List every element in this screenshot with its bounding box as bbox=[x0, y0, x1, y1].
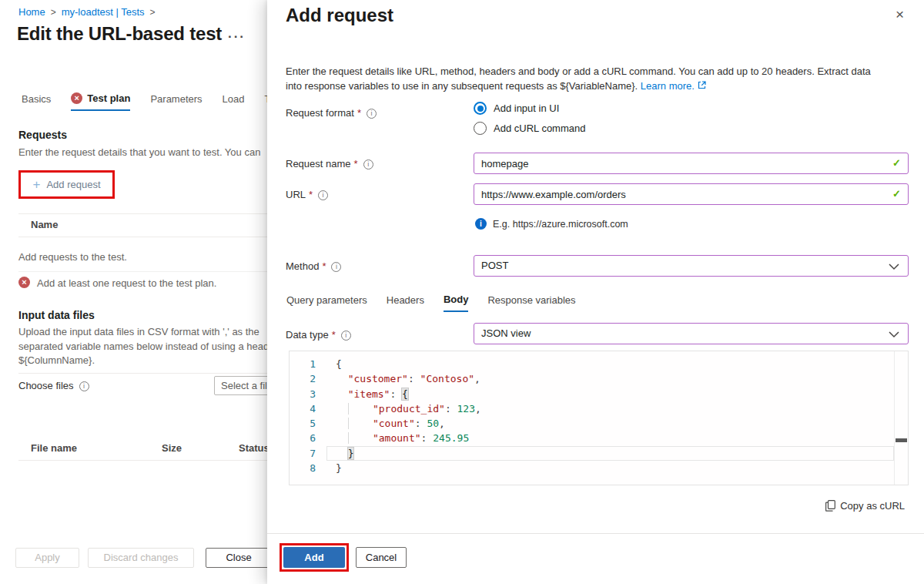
page-title: Edit the URL-based test bbox=[17, 23, 222, 45]
url-input[interactable] bbox=[474, 183, 909, 205]
requests-error-text: Add at least one request to the test pla… bbox=[37, 277, 216, 289]
json-editor-lines: 1{2 "customer": "Contoso",3 "items": {4 … bbox=[290, 357, 908, 475]
label-text: Data type bbox=[286, 329, 329, 341]
request-name-input[interactable] bbox=[474, 153, 909, 174]
code-line[interactable]: 5 "count": 50, bbox=[290, 416, 908, 431]
request-format-label: Request format* bbox=[286, 107, 377, 119]
valid-check-icon bbox=[892, 157, 901, 169]
info-icon[interactable] bbox=[318, 190, 328, 200]
requests-empty-text: Add requests to the test. bbox=[18, 251, 127, 263]
tab-label: Query parameters bbox=[286, 294, 367, 306]
method-selected-value: POST bbox=[481, 260, 508, 271]
page-tabs: Basics Test plan Parameters Load T bbox=[22, 92, 270, 111]
input-data-files-heading: Input data files bbox=[18, 309, 95, 321]
code-line[interactable]: 7 } bbox=[290, 446, 908, 461]
line-number: 4 bbox=[290, 401, 326, 416]
code-line[interactable]: 6 "amount": 245.95 bbox=[290, 431, 908, 445]
radio-add-input-in-ui[interactable]: Add input in UI bbox=[474, 102, 559, 115]
apply-button[interactable]: Apply bbox=[15, 548, 79, 568]
tab-parameters[interactable]: Parameters bbox=[150, 92, 202, 111]
tab-load[interactable]: Load bbox=[223, 92, 245, 111]
breadcrumb-home-link[interactable]: Home bbox=[18, 6, 45, 18]
tab-headers[interactable]: Headers bbox=[387, 294, 424, 312]
code-text: { bbox=[326, 357, 342, 371]
code-line[interactable]: 4 "product_id": 123, bbox=[290, 401, 908, 416]
info-icon[interactable] bbox=[341, 331, 351, 341]
choose-files-label: Choose files bbox=[18, 380, 89, 391]
code-text: "amount": 245.95 bbox=[326, 431, 469, 445]
input-data-files-description: ${ColumnName}. bbox=[18, 354, 277, 366]
tab-basics[interactable]: Basics bbox=[22, 92, 51, 111]
code-line[interactable]: 1{ bbox=[290, 357, 908, 371]
radio-label: Add cURL command bbox=[494, 123, 585, 134]
info-icon[interactable] bbox=[331, 262, 341, 272]
required-marker: * bbox=[322, 260, 326, 272]
code-line[interactable]: 2 "customer": "Contoso", bbox=[290, 371, 908, 386]
line-number: 8 bbox=[290, 461, 326, 475]
code-text: } bbox=[326, 461, 342, 475]
discard-changes-button[interactable]: Discard changes bbox=[88, 548, 194, 568]
requests-table-name-header: Name bbox=[31, 219, 58, 230]
file-table-header-status: Status bbox=[239, 442, 270, 454]
learn-more-link[interactable]: Learn more. bbox=[641, 80, 706, 92]
tab-query-parameters[interactable]: Query parameters bbox=[286, 294, 367, 312]
method-select[interactable]: POST bbox=[474, 255, 909, 277]
required-marker: * bbox=[332, 329, 336, 341]
info-filled-icon bbox=[475, 218, 487, 230]
error-icon bbox=[71, 92, 82, 104]
json-body-editor[interactable]: 1{2 "customer": "Contoso",3 "items": {4 … bbox=[289, 351, 909, 485]
copy-icon bbox=[825, 500, 835, 512]
method-label: Method* bbox=[286, 260, 341, 272]
request-detail-tabs: Query parameters Headers Body Response v… bbox=[286, 294, 576, 312]
code-text: "count": 50, bbox=[326, 416, 445, 431]
more-menu-icon[interactable] bbox=[228, 29, 246, 45]
editor-scrollbar-thumb[interactable] bbox=[896, 438, 907, 442]
requests-description: Enter the request details that you want … bbox=[18, 146, 277, 158]
panel-description-text: Enter the request details like URL, meth… bbox=[286, 65, 871, 92]
label-text: Request format bbox=[286, 107, 354, 119]
close-button[interactable]: Close bbox=[206, 548, 272, 568]
info-icon[interactable] bbox=[363, 159, 373, 169]
required-marker: * bbox=[309, 189, 313, 200]
add-request-button[interactable]: Add request bbox=[18, 170, 115, 199]
info-icon[interactable] bbox=[367, 109, 377, 119]
code-text: "items": { bbox=[326, 387, 408, 401]
divider bbox=[18, 237, 277, 237]
line-number: 3 bbox=[290, 387, 326, 401]
data-type-select[interactable]: JSON view bbox=[474, 323, 909, 344]
code-line[interactable]: 8} bbox=[290, 461, 908, 475]
breadcrumb: Home > my-loadtest | Tests > bbox=[18, 6, 156, 18]
required-marker: * bbox=[357, 107, 361, 119]
tab-response-variables[interactable]: Response variables bbox=[487, 294, 575, 312]
info-icon[interactable] bbox=[79, 381, 89, 391]
code-line[interactable]: 3 "items": { bbox=[290, 387, 908, 401]
request-name-label: Request name* bbox=[286, 158, 373, 169]
close-icon[interactable] bbox=[896, 7, 904, 22]
divider bbox=[18, 460, 277, 461]
tab-label: Headers bbox=[387, 294, 424, 306]
tab-label: Response variables bbox=[487, 294, 575, 306]
tab-body[interactable]: Body bbox=[444, 294, 469, 312]
plus-icon bbox=[32, 177, 40, 193]
data-type-label: Data type* bbox=[286, 329, 351, 341]
breadcrumb-separator: > bbox=[51, 7, 56, 18]
input-data-files-description: separated variable names below instead o… bbox=[18, 341, 277, 352]
label-text: Request name bbox=[286, 158, 351, 169]
breadcrumb-test-link[interactable]: my-loadtest | Tests bbox=[62, 6, 145, 18]
line-number: 2 bbox=[290, 371, 326, 386]
cancel-button[interactable]: Cancel bbox=[356, 547, 407, 568]
input-data-files-description: Upload the input data files in CSV forma… bbox=[18, 326, 277, 337]
add-button[interactable]: Add bbox=[283, 547, 345, 568]
required-marker: * bbox=[354, 158, 358, 169]
editor-scrollbar-track[interactable] bbox=[894, 351, 895, 485]
copy-as-curl-button[interactable]: Copy as cURL bbox=[825, 500, 905, 512]
radio-unselected-icon bbox=[474, 122, 487, 135]
add-button-highlight: Add bbox=[280, 543, 349, 572]
chevron-down-icon bbox=[889, 263, 899, 270]
tab-test-plan[interactable]: Test plan bbox=[71, 92, 130, 111]
tab-label: Basics bbox=[22, 93, 51, 105]
radio-add-curl-command[interactable]: Add cURL command bbox=[474, 122, 585, 135]
file-table-header-size: Size bbox=[162, 442, 182, 454]
tab-label: Body bbox=[444, 294, 469, 305]
radio-selected-icon bbox=[474, 102, 487, 115]
